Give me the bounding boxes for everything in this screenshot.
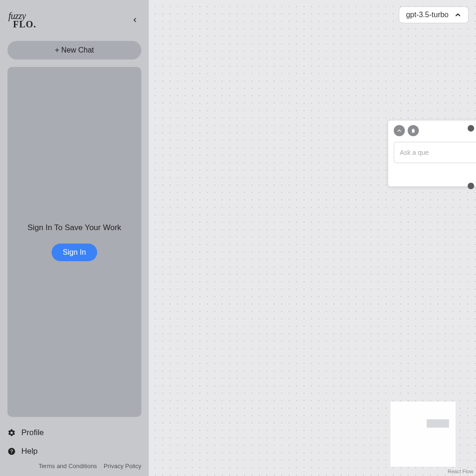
signin-message: Sign In To Save Your Work [27,223,121,232]
delete-node-button[interactable] [408,125,419,136]
sidebar: fuzzy FLO. + New Chat Sign In To Save Yo… [0,0,149,476]
model-selector[interactable]: gpt-3.5-turbo [399,7,469,23]
profile-link[interactable]: Profile [7,423,141,442]
chat-node[interactable] [388,120,476,187]
trash-icon [410,128,416,133]
node-body [388,139,476,186]
node-header [388,120,476,139]
ask-input[interactable] [394,142,476,163]
gear-icon [7,429,16,437]
new-chat-button[interactable]: + New Chat [7,41,141,60]
node-handle-top[interactable] [468,125,474,132]
sidebar-footer: Profile ? Help Terms and Conditions Priv… [0,417,149,476]
svg-text:?: ? [10,449,13,454]
legal-links: Terms and Conditions Privacy Policy [7,461,141,472]
profile-label: Profile [21,428,44,437]
signin-button[interactable]: Sign In [52,244,97,261]
canvas[interactable]: gpt-3.5-turbo [149,0,476,476]
minimap[interactable] [390,402,456,467]
chevron-up-icon [397,128,402,133]
chevron-up-icon [454,11,462,19]
signin-panel: Sign In To Save Your Work Sign In [7,67,141,417]
help-icon: ? [7,447,16,456]
logo-line2: FLO. [13,20,36,28]
collapse-sidebar-button[interactable] [129,14,140,26]
help-label: Help [21,447,38,456]
minimap-node [427,419,449,428]
node-handle-bottom[interactable] [468,183,474,189]
model-selected-label: gpt-3.5-turbo [406,11,449,19]
node-header-left [394,125,419,136]
terms-link[interactable]: Terms and Conditions [39,463,97,469]
privacy-link[interactable]: Privacy Policy [104,463,141,469]
help-link[interactable]: ? Help [7,442,141,461]
attribution: React Flow [448,469,473,474]
logo: fuzzy FLO. [8,12,36,28]
collapse-node-button[interactable] [394,125,405,136]
sidebar-header: fuzzy FLO. [0,0,149,40]
chevron-left-icon [132,17,138,23]
